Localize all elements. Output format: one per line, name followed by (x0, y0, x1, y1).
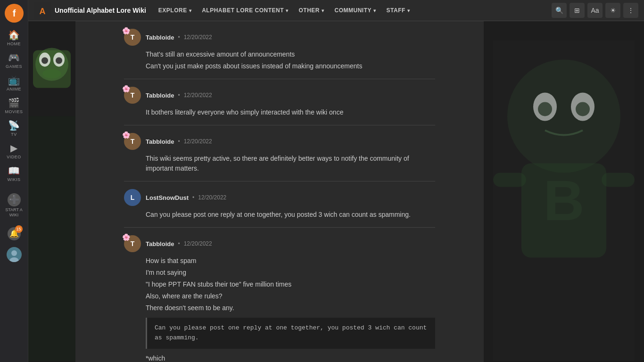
quote-block: Can you please post one reply at one tog… (146, 318, 435, 349)
sidebar-item-games[interactable]: 🎮 GAMES (2, 49, 26, 72)
tv-icon: 📡 (8, 120, 20, 131)
user-badge: 🌸 (122, 27, 130, 34)
comment-text: Can't you just make posts about issues i… (146, 61, 435, 71)
sidebar-item-wikis[interactable]: 📖 WIKIS (2, 162, 26, 185)
font-button[interactable]: Aa (587, 3, 603, 18)
comment-body: That's still an excessive amount of anno… (124, 49, 435, 71)
theme-button[interactable]: ☀ (605, 3, 620, 18)
comment-date: 12/20/2022 (184, 240, 212, 247)
nav-item-staff[interactable]: STAFF ▾ (382, 4, 415, 16)
comment-text: "I hope PPT FAN stubs their toe" five mi… (146, 280, 435, 289)
avatar-wrapper: 🌸 T (124, 133, 141, 150)
comment-block: 🌸 T Tabbloide • 12/20/2022 It bothers li… (124, 79, 435, 125)
username[interactable]: Tabbloide (146, 138, 174, 145)
search-button[interactable]: 🔍 (552, 3, 567, 18)
comment-body: This wiki seems pretty active, so there … (124, 154, 435, 173)
comment-date: 12/20/2022 (198, 194, 226, 201)
nav-label: EXPLORE (158, 7, 187, 14)
comment-separator: • (178, 240, 180, 247)
comment-text: Also, where are the rules? (146, 291, 435, 301)
user-avatar[interactable]: L (124, 189, 141, 206)
comment-date: 12/20/2022 (184, 34, 212, 41)
chevron-down-icon: ▾ (407, 8, 410, 13)
svg-text:A: A (40, 7, 46, 16)
table-button[interactable]: ⊞ (570, 3, 585, 18)
comment-meta: Tabbloide • 12/20/2022 (146, 138, 212, 145)
comment-meta: Tabbloide • 12/20/2022 (146, 240, 212, 247)
comment-header: 🌸 T Tabbloide • 12/20/2022 (124, 87, 435, 104)
comment-header: L LostSnowDust • 12/20/2022 (124, 189, 435, 206)
comment-header: 🌸 T Tabbloide • 12/20/2022 (124, 235, 435, 252)
svg-point-22 (576, 102, 590, 116)
games-icon: 🎮 (8, 52, 20, 63)
discussion-main[interactable]: 🌸 T Tabbloide • 12/20/2022 That's still … (75, 21, 484, 362)
nav-item-community[interactable]: COMMUNITY ▾ (330, 4, 381, 16)
bg-art-left (28, 21, 75, 362)
comment-body: How is that spamI'm not saying"I hope PP… (124, 256, 435, 362)
comment-text: That's still an excessive amount of anno… (146, 49, 435, 59)
fandom-sidebar: f 🏠 HOME 🎮 GAMES 📺 ANIME 🎬 MOVIES 📡 TV ▶… (0, 0, 28, 362)
nav-label: STAFF (387, 7, 405, 14)
comment-block: 🌸 T Tabbloide • 12/20/2022 How is that s… (124, 228, 435, 362)
more-button[interactable]: ⋮ (623, 3, 638, 18)
svg-point-13 (56, 58, 62, 64)
user-badge: 🌸 (122, 85, 130, 92)
username[interactable]: Tabbloide (146, 240, 174, 247)
comment-block: 🌸 T Tabbloide • 12/20/2022 That's still … (124, 21, 435, 79)
comment-separator: • (192, 194, 194, 201)
sidebar-item-video[interactable]: ▶ VIDEO (2, 140, 26, 162)
start-wiki-label: START A WIKI (4, 207, 25, 218)
username[interactable]: Tabbloide (146, 92, 174, 99)
svg-rect-25 (602, 173, 635, 187)
sidebar-item-label: ANIME (7, 87, 21, 91)
comment-text: I'm not saying (146, 268, 435, 278)
svg-rect-24 (493, 173, 526, 187)
comment-text: Can you please post one reply at one tog… (146, 210, 435, 220)
avatar-wrapper: L (124, 189, 141, 206)
svg-point-18 (507, 60, 620, 173)
video-icon: ▶ (10, 142, 17, 154)
comment-separator: • (178, 138, 180, 145)
comment-separator: • (178, 92, 180, 99)
comment-date: 12/20/2022 (184, 138, 212, 145)
avatar-wrapper: 🌸 T (124, 235, 141, 252)
user-avatar[interactable] (7, 247, 22, 262)
fandom-logo[interactable]: f (5, 4, 24, 23)
sidebar-item-tv[interactable]: 📡 TV (2, 117, 26, 140)
username[interactable]: LostSnowDust (146, 194, 189, 201)
comment-body: It bothers literally everyone who simply… (124, 107, 435, 117)
comment-block: L LostSnowDust • 12/20/2022 Can you plea… (124, 181, 435, 228)
nav-item-other[interactable]: OTHER ▾ (294, 4, 329, 16)
sidebar-item-home[interactable]: 🏠 HOME (2, 26, 26, 49)
notifications-button[interactable]: 🔔 15 (2, 224, 26, 243)
svg-text:f: f (12, 8, 16, 18)
comment-separator: • (178, 34, 180, 41)
sidebar-item-label: GAMES (6, 64, 22, 69)
start-wiki-button[interactable]: ➕ START A WIKI (2, 190, 26, 221)
sidebar-item-anime[interactable]: 📺 ANIME (2, 72, 26, 94)
sidebar-item-label: MOVIES (5, 109, 23, 114)
comment-text: It bothers literally everyone who simply… (146, 107, 435, 117)
username[interactable]: Tabbloide (146, 34, 174, 41)
nav-label: OTHER (299, 7, 320, 14)
comment-date: 12/20/2022 (184, 92, 212, 99)
nav-label: COMMUNITY (335, 7, 372, 14)
comments-container: 🌸 T Tabbloide • 12/20/2022 That's still … (115, 21, 445, 362)
notification-count: 15 (15, 225, 23, 233)
user-badge: 🌸 (122, 233, 130, 241)
content-area: 🌸 T Tabbloide • 12/20/2022 That's still … (28, 21, 644, 362)
comment-block: 🌸 T Tabbloide • 12/20/2022 This wiki see… (124, 125, 435, 181)
sidebar-item-label: HOME (7, 41, 21, 46)
chevron-down-icon: ▾ (286, 8, 289, 13)
avatar-wrapper: 🌸 T (124, 29, 141, 46)
anime-icon: 📺 (8, 74, 20, 86)
fandom-nav-list: 🏠 HOME 🎮 GAMES 📺 ANIME 🎬 MOVIES 📡 TV ▶ V… (2, 26, 26, 185)
wiki-logo-area: A Unofficial Alphabet Lore Wiki (34, 2, 146, 19)
svg-rect-15 (28, 116, 75, 362)
topbar: A Unofficial Alphabet Lore Wiki EXPLORE … (28, 0, 644, 21)
sidebar-item-movies[interactable]: 🎬 MOVIES (2, 94, 26, 117)
svg-text:B: B (544, 169, 585, 232)
comment-text: This wiki seems pretty active, so there … (146, 154, 435, 173)
nav-item-explore[interactable]: EXPLORE ▾ (154, 4, 196, 16)
nav-item-alphabet_content[interactable]: ALPHABET LORE CONTENT ▾ (197, 4, 293, 16)
